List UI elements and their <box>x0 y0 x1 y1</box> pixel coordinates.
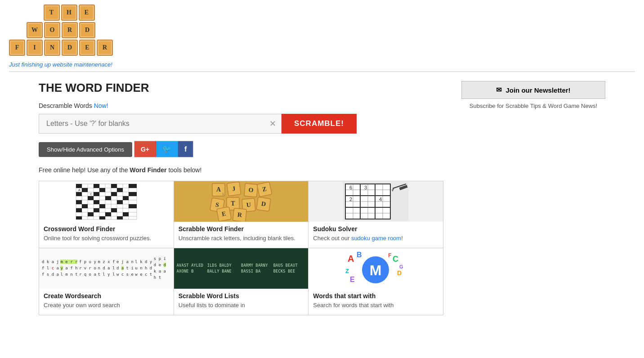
google-plus-button[interactable]: G+ <box>134 141 156 157</box>
advanced-options-button[interactable]: Show/Hide Advanced Options <box>39 142 132 157</box>
crossword-image: A B C <box>39 181 174 222</box>
descramble-link[interactable]: Now! <box>94 102 108 109</box>
ws-row: e j a n d a t i w c s e <box>116 259 135 278</box>
tagline: Just finishing up website maintenenace! <box>9 61 112 68</box>
twitter-icon: 🐦 <box>162 145 171 153</box>
scrabble-title: Scrabble Word Finder <box>179 225 304 233</box>
logo-tile: H <box>61 4 77 21</box>
svg-text:4: 4 <box>379 197 382 202</box>
svg-rect-28 <box>117 188 123 192</box>
sudoku-info: Sudoku Solver Check out our sudoku game … <box>309 222 443 248</box>
sudoku-svg: 6 3 4 2 <box>343 182 408 221</box>
svg-rect-31 <box>111 192 117 196</box>
svg-text:A: A <box>216 186 221 193</box>
wordstart-desc: Search for words that start with <box>313 301 438 309</box>
search-input[interactable] <box>39 114 282 134</box>
descramble-prefix: Descramble Words <box>39 102 94 109</box>
wl-row: BAUS BEAUT BECKS BEE <box>273 263 306 275</box>
wl-row: BARMY BARNY BASSI BA <box>241 263 273 275</box>
scrabble-desc: Unscramble rack letters, including blank… <box>179 234 304 242</box>
main-container: THE WORD FINDER Descramble Words Now! ✕ … <box>30 72 614 320</box>
wordstart-svg: A B C D E Z M F G <box>343 248 408 289</box>
logo-tile: R <box>97 40 113 56</box>
svg-text:2: 2 <box>349 197 352 202</box>
svg-rect-30 <box>94 192 99 196</box>
wl-row: AVAST AYLED AXONE B <box>177 263 207 275</box>
svg-rect-36 <box>76 200 82 204</box>
svg-rect-33 <box>88 196 94 200</box>
svg-rect-25 <box>129 184 137 188</box>
descramble-label: Descramble Words Now! <box>39 102 443 109</box>
wordlists-title: Scrabble Word Lists <box>179 292 304 300</box>
svg-text:C: C <box>90 192 92 196</box>
svg-rect-40 <box>99 204 105 208</box>
svg-rect-49 <box>99 216 105 219</box>
envelope-icon: ✉ <box>496 86 502 94</box>
sudoku-image: 6 3 4 2 <box>309 181 443 222</box>
wordlists-image: AVAST AYLED AXONE B ILDS BALDY BALLY BAN… <box>174 248 309 289</box>
svg-rect-29 <box>76 192 82 196</box>
tool-card-wordlists[interactable]: AVAST AYLED AXONE B ILDS BALDY BALLY BAN… <box>174 248 309 315</box>
svg-text:6: 6 <box>349 185 352 190</box>
tool-card-scrabble[interactable]: A 1 J O Z S <box>174 181 309 248</box>
facebook-button[interactable]: f <box>178 141 193 157</box>
two-col-layout: THE WORD FINDER Descramble Words Now! ✕ … <box>39 72 605 320</box>
twitter-button[interactable]: 🐦 <box>156 141 178 157</box>
svg-rect-39 <box>82 204 88 208</box>
logo-row-1: T H E <box>44 4 95 21</box>
wordsearch-desc: Create your own word search <box>44 301 169 309</box>
tool-card-wordsearch[interactable]: d k a j f l c a f s d a m e r r y a f h … <box>39 248 174 315</box>
svg-rect-44 <box>111 208 117 212</box>
crossword-title: Crossword Word Finder <box>44 225 169 233</box>
free-help-suffix: tools below! <box>167 166 202 174</box>
tool-card-sudoku[interactable]: 6 3 4 2 Sudoku Solver <box>309 181 443 248</box>
svg-text:F: F <box>388 252 391 259</box>
logo-tile: O <box>44 22 60 38</box>
page-title: THE WORD FINDER <box>39 81 443 95</box>
wl-row: ILDS BALDY BALLY BANE <box>207 263 241 275</box>
wordlists-info: Scrabble Word Lists Useful lists to domi… <box>174 289 309 315</box>
logo-tile: I <box>27 40 43 56</box>
tool-card-crossword[interactable]: A B C Crossword Word Finder Online tool … <box>39 181 174 248</box>
svg-text:A: A <box>78 188 80 192</box>
sudoku-link[interactable]: sudoku game room <box>351 235 401 242</box>
logo-area: T H E W O R D F I N D E R Just finishing… <box>9 4 635 68</box>
svg-rect-46 <box>105 212 111 216</box>
crossword-svg: A B C <box>74 182 139 221</box>
svg-rect-45 <box>88 212 94 216</box>
scramble-button[interactable]: SCRAMBLE! <box>282 114 357 134</box>
sudoku-desc: Check out our sudoku game room! <box>313 234 438 242</box>
svg-rect-42 <box>76 208 82 212</box>
search-clear-button[interactable]: ✕ <box>269 119 276 129</box>
svg-rect-48 <box>76 216 82 219</box>
google-plus-icon: G+ <box>141 146 149 153</box>
logo-tile: N <box>44 40 60 56</box>
search-row: ✕ SCRAMBLE! <box>39 114 443 134</box>
ws-row: m e r r y a f h l m n t <box>60 259 79 278</box>
svg-rect-27 <box>99 188 105 192</box>
svg-text:B: B <box>84 188 86 192</box>
svg-text:U: U <box>246 201 251 209</box>
svg-rect-43 <box>94 208 99 212</box>
svg-rect-24 <box>111 184 117 188</box>
logo-tile: R <box>62 22 78 38</box>
svg-text:A: A <box>348 254 354 264</box>
newsletter-label: Join our Newsletter! <box>505 86 570 94</box>
social-buttons: G+ 🐦 f <box>134 141 193 157</box>
ws-row: s p i d e d k a a h t <box>154 256 171 281</box>
left-column: THE WORD FINDER Descramble Words Now! ✕ … <box>39 81 443 315</box>
scrabble-info: Scrabble Word Finder Unscramble rack let… <box>174 222 309 248</box>
ws-row: m z x f n d a l t l y l <box>98 259 116 278</box>
facebook-icon: f <box>184 145 187 153</box>
svg-text:Z: Z <box>345 268 349 274</box>
logo-tile: D <box>79 22 95 38</box>
logo-tile: T <box>44 4 60 21</box>
wordsearch-image: d k a j f l c a f s d a m e r r y a f h … <box>39 248 174 289</box>
svg-text:D: D <box>397 269 402 277</box>
free-help-prefix: Free online help! Use any of the <box>39 166 130 174</box>
newsletter-button[interactable]: ✉ Join our Newsletter! <box>461 81 605 99</box>
svg-text:1: 1 <box>222 192 224 196</box>
logo-tile: W <box>27 22 43 38</box>
svg-rect-41 <box>129 204 137 208</box>
tool-card-wordstart[interactable]: A B C D E Z M F G <box>309 248 443 315</box>
